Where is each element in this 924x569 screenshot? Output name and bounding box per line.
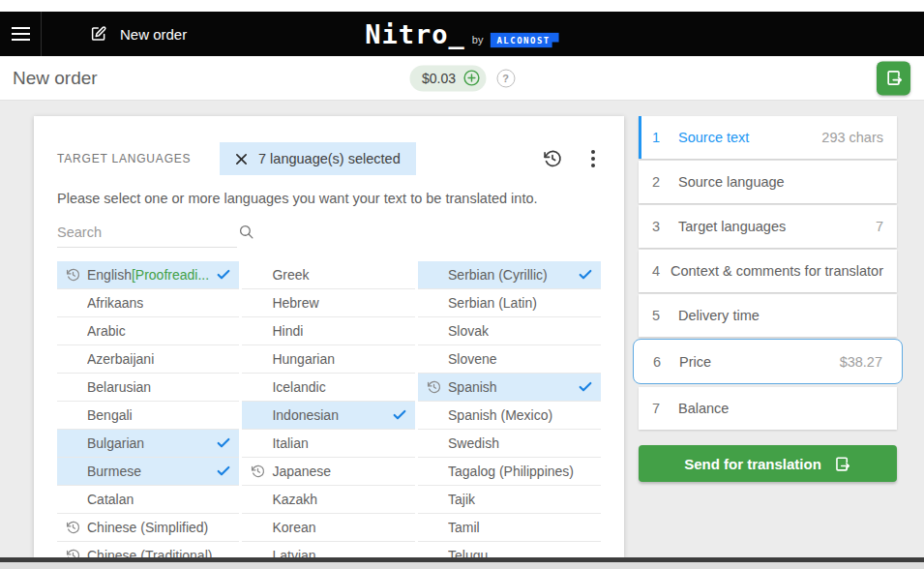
language-option[interactable]: Hungarian [242,345,415,374]
language-column: English [Proofreadi... Afrikaans [57,261,239,557]
window-bottom-strip [0,562,924,569]
alconost-badge: ALCONOST [490,33,558,48]
language-option[interactable]: Slovak [418,317,601,345]
nav-new-order[interactable]: New order [90,25,187,43]
step-number: 3 [652,219,678,234]
step-label: Source text [678,130,821,145]
window-top-strip [0,0,924,12]
step-row[interactable]: 4 Context & comments for translator [639,250,897,292]
language-label: Bengali [87,407,133,423]
history-icon [66,549,80,558]
language-option[interactable]: Chinese (Simplified) [57,514,239,542]
language-option[interactable]: Japanese [242,458,415,486]
language-option[interactable]: Belarusian [57,374,239,402]
language-option[interactable]: Burmese [57,458,239,486]
language-label: Catalan [87,492,134,507]
language-option[interactable]: Latvian [242,542,415,557]
send-icon [833,455,851,473]
language-label: Tagalog (Philippines) [448,464,574,479]
history-icon [427,380,441,395]
language-option[interactable]: Serbian (Latin) [418,289,601,317]
page-title: New order [13,68,98,89]
language-label: Slovene [448,351,497,367]
language-label: Burmese [87,464,141,479]
language-label: Italian [272,435,308,451]
language-label: Hindi [272,323,303,339]
language-option[interactable]: Italian [242,430,415,458]
language-option[interactable]: English [Proofreadi... [57,261,239,289]
step-value: 7 [876,219,883,234]
history-button[interactable] [543,149,562,168]
language-option[interactable]: Greek [242,261,415,289]
language-option[interactable]: Catalan [57,486,239,514]
submit-order-button[interactable] [877,61,910,95]
language-label: Icelandic [272,379,325,395]
balance-pill[interactable]: $0.03 [409,65,486,91]
step-row[interactable]: 7 Balance [639,387,897,430]
close-icon[interactable] [235,153,248,165]
language-option[interactable]: Spanish [418,374,601,402]
target-languages-card: TARGET LANGUAGES 7 language(s) selected … [34,116,624,557]
history-icon [66,521,80,535]
language-option[interactable]: Korean [242,514,415,542]
language-label: Hebrew [272,295,318,311]
language-option[interactable]: Tajik [418,486,601,514]
language-option[interactable]: Hindi [242,317,415,345]
language-label: English [87,267,132,283]
step-row[interactable]: 3 Target languages 7 [639,205,897,248]
language-option[interactable]: Arabic [57,317,239,345]
selected-languages-chip[interactable]: 7 language(s) selected [220,142,416,175]
language-label: Tamil [448,520,480,535]
language-option[interactable]: Spanish (Mexico) [418,402,601,430]
history-icon [66,268,80,283]
selected-languages-label: 7 language(s) selected [258,151,401,166]
search-input[interactable] [57,225,238,240]
language-option[interactable]: Swedish [418,430,601,458]
kebab-menu-icon[interactable] [585,148,601,169]
language-option[interactable]: Serbian (Cyrillic) [418,261,601,289]
language-grid: English [Proofreadi... Afrikaans [57,261,601,557]
add-funds-icon[interactable] [462,70,480,87]
step-row[interactable]: 5 Delivery time [639,294,897,337]
section-title: TARGET LANGUAGES [57,152,220,165]
search-icon [238,224,254,240]
language-option[interactable]: Indonesian [242,402,415,430]
language-label: Serbian (Latin) [448,295,537,311]
step-value: 293 chars [821,130,883,145]
language-option[interactable]: Chinese (Traditional) [57,542,239,557]
step-row[interactable]: 1 Source text 293 chars [639,116,897,159]
language-label: Spanish [448,379,497,395]
check-icon [392,407,407,423]
language-label: Afrikaans [87,295,143,311]
language-option[interactable]: Hebrew [242,289,415,317]
language-label: Chinese (Simplified) [87,520,208,535]
step-label: Delivery time [678,308,883,323]
language-option[interactable]: Afrikaans [57,289,239,317]
check-icon [216,464,231,479]
language-label-suffix: [Proofreadi... [132,267,209,283]
language-option[interactable]: Icelandic [242,374,415,402]
language-option[interactable]: Kazakh [242,486,415,514]
check-icon [216,435,231,451]
brand-logo[interactable]: Nitro_ by ALCONOST [365,19,559,49]
hamburger-menu-button[interactable] [0,12,42,56]
send-for-translation-button[interactable]: Send for translation [639,445,897,482]
language-option[interactable]: Tagalog (Philippines) [418,458,601,486]
page-header: New order $0.03 ? [0,56,924,101]
language-column: Greek Hebrew [242,261,415,557]
step-number: 4 [652,263,671,279]
language-label: Arabic [87,323,126,339]
language-option[interactable]: Bengali [57,402,239,430]
language-option[interactable]: Tamil [418,514,601,542]
language-option[interactable]: Bulgarian [57,430,239,458]
language-option[interactable]: Slovene [418,345,601,374]
check-icon [216,267,231,283]
language-option[interactable]: Azerbaijani [57,345,239,374]
step-row[interactable]: 2 Source language [639,161,897,203]
language-option[interactable]: Telugu [418,542,601,557]
help-icon[interactable]: ? [496,69,515,87]
language-label: Slovak [448,323,489,339]
history-icon [543,149,562,168]
balance-amount: $0.03 [422,71,456,86]
step-row[interactable]: 6 Price $38.27 [633,339,903,384]
